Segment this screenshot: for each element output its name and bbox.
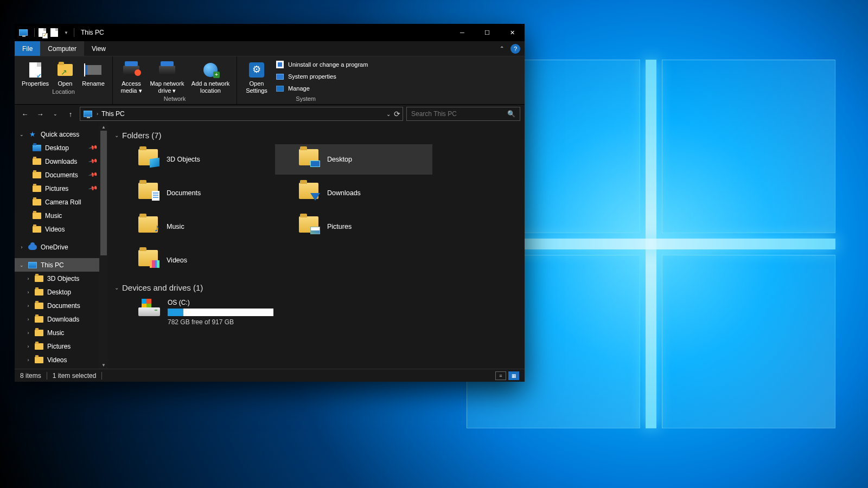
chevron-down-icon[interactable]: ⌄ <box>19 132 24 137</box>
pin-icon: 📌 <box>88 170 99 181</box>
drive-name: OS (C:) <box>168 299 273 306</box>
close-button[interactable]: ✕ <box>500 24 525 41</box>
nav-quick-access[interactable]: ⌄ ★ Quick access <box>15 127 108 141</box>
up-button[interactable]: ↑ <box>65 108 76 120</box>
add-network-location-button[interactable]: + Add a network location <box>189 59 232 94</box>
access-media-button[interactable]: Access media ▾ <box>117 59 145 94</box>
view-tiles-button[interactable]: ▦ <box>508 371 519 380</box>
view-details-button[interactable]: ≡ <box>495 371 506 380</box>
star-icon: ★ <box>29 130 36 138</box>
folder-videos[interactable]: Videos <box>114 245 272 275</box>
titlebar[interactable]: ▼ This PC ─ ☐ ✕ <box>15 24 525 41</box>
pin-icon: 📌 <box>88 143 99 153</box>
search-box[interactable]: 🔍 <box>406 107 520 121</box>
nav-qa-desktop[interactable]: Desktop📌 <box>15 141 108 155</box>
nav-scrollbar[interactable]: ▲▼ <box>99 123 108 369</box>
tab-computer[interactable]: Computer <box>40 41 84 56</box>
uninstall-program-button[interactable]: Uninstall or change a program <box>273 59 370 70</box>
breadcrumb-item[interactable]: This PC <box>101 110 125 118</box>
nav-pc-videos[interactable]: ›Videos <box>15 353 108 367</box>
system-properties-button[interactable]: System properties <box>273 70 370 82</box>
drive-free-space: 782 GB free of 917 GB <box>168 318 273 326</box>
navigation-pane: ⌄ ★ Quick access Desktop📌 Downloads📌 Doc… <box>15 123 108 369</box>
map-network-drive-button[interactable]: Map network drive ▾ <box>146 59 188 94</box>
manage-button[interactable]: Manage <box>273 82 370 94</box>
address-bar: ← → ⌄ ↑ › This PC ⌄ ⟳ 🔍 <box>15 105 525 123</box>
folder-documents[interactable]: Documents <box>114 178 272 208</box>
content-pane[interactable]: ⌄ Folders (7) 3D Objects Desktop Documen… <box>108 123 525 369</box>
ribbon-group-network: Access media ▾ Map network drive ▾ + Add… <box>113 56 237 104</box>
search-icon[interactable]: 🔍 <box>507 110 515 118</box>
nav-this-pc[interactable]: ⌄ This PC <box>15 258 108 272</box>
nav-qa-cameraroll[interactable]: Camera Roll <box>15 195 108 209</box>
nav-onedrive[interactable]: › OneDrive <box>15 240 108 254</box>
drive-capacity-bar <box>168 309 273 316</box>
chevron-right-icon[interactable]: › <box>19 245 24 250</box>
pin-icon: 📌 <box>88 184 99 194</box>
cloud-icon <box>28 245 37 250</box>
nav-pc-desktop[interactable]: ›Desktop <box>15 285 108 299</box>
location-icon <box>82 109 93 119</box>
chevron-down-icon[interactable]: ⌄ <box>114 285 119 291</box>
forward-button[interactable]: → <box>34 108 46 120</box>
folder-pictures[interactable]: Pictures <box>275 211 432 242</box>
folder-downloads[interactable]: Downloads <box>275 178 432 208</box>
chevron-right-icon[interactable]: › <box>97 111 98 117</box>
breadcrumb[interactable]: › This PC ⌄ ⟳ <box>80 107 403 121</box>
pin-icon: 📌 <box>88 157 99 167</box>
explorer-window: ▼ This PC ─ ☐ ✕ File Computer View ⌃ ? ✔… <box>15 24 525 382</box>
collapse-ribbon-icon[interactable]: ⌃ <box>495 41 508 56</box>
nav-pc-music[interactable]: ›Music <box>15 326 108 339</box>
back-button[interactable]: ← <box>19 108 31 120</box>
help-icon[interactable]: ? <box>510 44 520 54</box>
nav-pc-pictures[interactable]: ›Pictures <box>15 339 108 353</box>
ribbon-group-location: ✔ Properties ↗ Open Rename Location <box>15 56 113 104</box>
qat-dropdown-icon[interactable]: ▼ <box>64 30 68 35</box>
monitor-icon <box>28 262 37 268</box>
status-bar: 8 items 1 item selected ≡ ▦ <box>15 369 525 382</box>
status-item-count: 8 items <box>20 372 41 380</box>
drive-os-c[interactable]: OS (C:) 782 GB free of 917 GB <box>114 297 520 328</box>
nav-qa-videos[interactable]: Videos <box>15 222 108 236</box>
chevron-down-icon[interactable]: ⌄ <box>386 111 391 117</box>
minimize-button[interactable]: ─ <box>450 24 475 41</box>
nav-qa-pictures[interactable]: Pictures📌 <box>15 182 108 195</box>
drives-header[interactable]: ⌄ Devices and drives (1) <box>114 283 520 292</box>
nav-pc-documents[interactable]: ›Documents <box>15 299 108 312</box>
tab-file[interactable]: File <box>15 41 40 56</box>
qat-properties-icon[interactable] <box>38 29 47 36</box>
folders-header[interactable]: ⌄ Folders (7) <box>114 131 520 140</box>
drive-icon <box>138 299 160 317</box>
qat-newfolder-icon[interactable] <box>50 29 59 36</box>
rename-button[interactable]: Rename <box>79 59 108 87</box>
open-button[interactable]: ↗ Open <box>53 59 78 87</box>
ribbon: ✔ Properties ↗ Open Rename Location Acce… <box>15 56 525 105</box>
tab-view[interactable]: View <box>84 41 113 56</box>
search-input[interactable] <box>411 110 507 118</box>
recent-locations-button[interactable]: ⌄ <box>49 108 61 120</box>
folder-music[interactable]: ♪Music <box>114 211 272 242</box>
window-title: This PC <box>81 29 104 36</box>
nav-pc-3dobjects[interactable]: ›3D Objects <box>15 272 108 285</box>
maximize-button[interactable]: ☐ <box>475 24 500 41</box>
ribbon-group-system: ⚙ Open Settings Uninstall or change a pr… <box>237 56 374 104</box>
chevron-down-icon[interactable]: ⌄ <box>19 262 24 268</box>
app-icon <box>19 29 28 36</box>
nav-pc-downloads[interactable]: ›Downloads <box>15 312 108 326</box>
nav-qa-music[interactable]: Music <box>15 209 108 222</box>
open-settings-button[interactable]: ⚙ Open Settings <box>241 59 272 94</box>
nav-qa-documents[interactable]: Documents📌 <box>15 168 108 182</box>
nav-qa-downloads[interactable]: Downloads📌 <box>15 155 108 168</box>
refresh-icon[interactable]: ⟳ <box>394 110 400 118</box>
folder-desktop[interactable]: Desktop <box>275 144 432 175</box>
status-selection: 1 item selected <box>53 372 97 380</box>
properties-button[interactable]: ✔ Properties <box>19 59 52 87</box>
ribbon-tabs: File Computer View ⌃ ? <box>15 41 525 56</box>
chevron-down-icon[interactable]: ⌄ <box>114 132 119 138</box>
folder-3dobjects[interactable]: 3D Objects <box>114 144 272 175</box>
